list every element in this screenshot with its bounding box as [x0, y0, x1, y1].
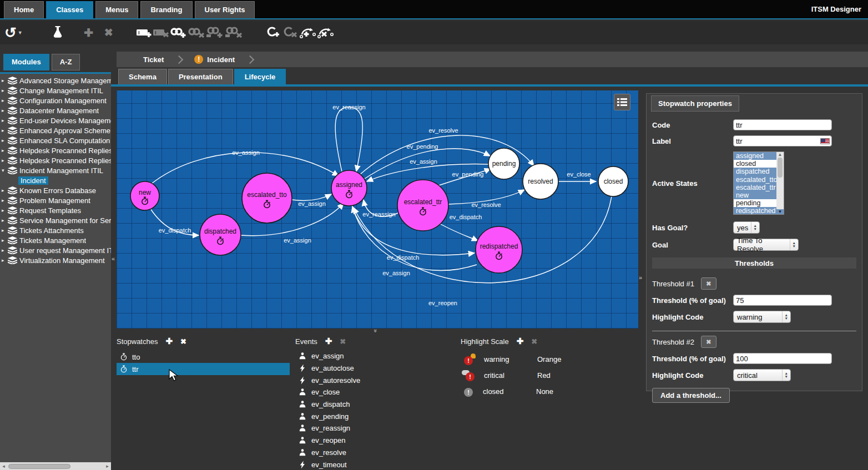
properties-collapse-handle[interactable]: » — [639, 274, 641, 281]
sidebar-item-tickets-attachments[interactable]: ▸Tickets Attachments — [0, 225, 111, 235]
active-state-option[interactable]: escalated_ttr — [734, 184, 776, 191]
state-escalated-ttr[interactable]: escalated_ttr — [397, 180, 448, 231]
event-item[interactable]: ev_pending — [295, 410, 456, 422]
threshold-2-percent-input[interactable] — [733, 353, 832, 364]
delete-link-button[interactable] — [187, 23, 205, 42]
breadcrumb-ticket[interactable]: Ticket — [139, 55, 168, 64]
expand-arrow-icon[interactable]: ▸ — [2, 228, 8, 233]
stopwatch-item-ttr[interactable]: ttr — [117, 363, 290, 375]
sidebar-item-config-mgmt[interactable]: ▸Configuration Management — [0, 95, 111, 105]
expand-arrow-icon[interactable]: ▸ — [2, 208, 8, 213]
add-threshold-button[interactable]: Add a threshold... — [652, 388, 730, 403]
event-item[interactable]: ev_autoclose — [295, 362, 456, 375]
sidebar-item-virtualization[interactable]: ▸Virtualization Management — [0, 255, 111, 265]
sidebar-item-helpdesk-replies-1[interactable]: ▸Helpdesk Precanned Replies — [0, 145, 111, 155]
expand-arrow-icon[interactable]: ▸ — [2, 218, 8, 223]
sidebar-item-incident-mgmt[interactable]: ▾Incident Management ITIL — [0, 165, 111, 175]
active-state-option[interactable]: escalated_tto — [734, 176, 776, 184]
scroll-right-icon[interactable]: ▸ — [104, 463, 111, 469]
state-redispatched[interactable]: redispatched — [476, 226, 522, 273]
canvas-collapse-handle[interactable]: » — [372, 329, 379, 331]
delete-transition-button[interactable] — [317, 23, 335, 42]
code-input[interactable] — [733, 119, 832, 130]
sidebar-item-incident-class[interactable]: Incident — [0, 175, 111, 185]
scroll-up-icon[interactable]: ▲ — [778, 152, 783, 157]
sidebar-item-request-templates[interactable]: ▸Request Templates — [0, 205, 111, 215]
event-item[interactable]: ev_reopen — [295, 434, 456, 447]
add-state-button[interactable] — [266, 23, 282, 42]
breadcrumb-incident[interactable]: Incident — [207, 55, 239, 64]
add-field-button[interactable]: I — [136, 23, 153, 42]
state-assigned[interactable]: assigned — [331, 170, 367, 206]
expand-arrow-icon[interactable]: ▸ — [2, 108, 8, 113]
delete-state-button[interactable] — [282, 23, 299, 42]
lifecycle-canvas[interactable]: ev_assign ev_reassign ev_resolve ev_pend… — [117, 90, 638, 329]
tab-presentation[interactable]: Presentation — [168, 69, 233, 85]
sidebar-collapse-handle[interactable]: « — [112, 255, 114, 262]
listbox-scrollbar[interactable]: ▲ ▼ — [776, 152, 784, 214]
expand-arrow-icon[interactable]: ▸ — [2, 198, 8, 203]
undo-button[interactable]: ↺▼ — [4, 23, 23, 42]
active-state-option[interactable]: assigned — [734, 152, 776, 160]
state-closed[interactable]: closed — [598, 166, 628, 196]
expand-arrow-icon[interactable]: ▸ — [2, 247, 8, 253]
active-state-option[interactable]: closed — [734, 160, 776, 168]
tab-schema[interactable]: Schema — [118, 69, 167, 85]
diagram-legend-button[interactable] — [614, 94, 630, 110]
undo-dropdown-icon[interactable]: ▼ — [18, 30, 23, 36]
active-states-listbox[interactable]: assigned closed dispatched escalated_tto… — [733, 151, 784, 215]
collapse-arrow-icon[interactable]: ▾ — [2, 168, 8, 173]
sidebar-item-enduser-devices[interactable]: ▸End-user Devices Management — [0, 115, 111, 125]
sidebar-item-problem-mgmt[interactable]: ▸Problem Management — [0, 195, 111, 205]
delete-linkset-button[interactable] — [224, 23, 243, 42]
sidebar-horizontal-scrollbar[interactable]: ◂ ▸ — [0, 462, 111, 470]
delete-stopwatch-button[interactable]: ✖ — [180, 337, 186, 346]
sidebar-tab-modules[interactable]: Modules — [3, 54, 49, 70]
add-transition-button[interactable] — [299, 23, 317, 42]
scrollbar-thumb[interactable] — [778, 158, 783, 178]
highlight-item-closed[interactable]: ! closed None — [461, 383, 633, 400]
sidebar-item-datacenter[interactable]: ▸Datacenter Management — [0, 105, 111, 115]
scrollbar-thumb[interactable] — [8, 464, 70, 469]
active-state-option[interactable]: redispatched — [734, 207, 776, 214]
add-highlight-button[interactable]: ✚ — [517, 336, 524, 346]
sidebar-item-enhanced-sla[interactable]: ▸Enhanced SLA Computation — [0, 135, 111, 145]
delete-button[interactable]: ✖ — [100, 23, 117, 42]
scroll-left-icon[interactable]: ◂ — [0, 463, 7, 469]
state-new[interactable]: new — [130, 181, 159, 210]
test-mode-flask-button[interactable] — [49, 23, 66, 42]
state-resolved[interactable]: resolved — [523, 164, 558, 199]
sidebar-item-advanced-storage[interactable]: ▸Advanced Storage Management — [0, 75, 111, 85]
add-stopwatch-button[interactable]: ✚ — [165, 336, 173, 346]
expand-arrow-icon[interactable]: ▸ — [2, 88, 8, 93]
delete-field-button[interactable]: I — [153, 23, 169, 42]
active-state-option[interactable]: dispatched — [734, 168, 776, 175]
expand-arrow-icon[interactable]: ▸ — [2, 78, 8, 83]
threshold-2-highlight-select[interactable]: critical ▲▼ — [733, 369, 791, 381]
event-item[interactable]: ev_assign — [295, 350, 456, 362]
active-state-option[interactable]: pending — [734, 199, 776, 207]
nav-classes[interactable]: Classes — [46, 1, 93, 18]
add-linkset-button[interactable] — [205, 23, 224, 42]
active-state-option[interactable]: new — [734, 191, 776, 199]
event-item[interactable]: ev_close — [295, 386, 456, 398]
event-item[interactable]: ev_dispatch — [295, 398, 456, 411]
event-item[interactable]: ev_timeout — [295, 458, 456, 470]
threshold-1-highlight-select[interactable]: warning ▲▼ — [733, 311, 791, 323]
nav-menus[interactable]: Menus — [95, 1, 138, 18]
expand-arrow-icon[interactable]: ▸ — [2, 138, 8, 143]
sidebar-item-service-mgmt[interactable]: ▸Service Management for Service Provider… — [0, 215, 111, 225]
remove-threshold-1-button[interactable]: ✖ — [701, 277, 716, 290]
goal-select[interactable]: Time To Resolve ▲▼ — [733, 239, 799, 251]
nav-home[interactable]: Home — [4, 1, 44, 18]
add-link-button[interactable] — [169, 23, 187, 42]
state-dispatched[interactable]: dispatched — [200, 214, 241, 255]
expand-arrow-icon[interactable]: ▸ — [2, 158, 8, 163]
expand-arrow-icon[interactable]: ▸ — [2, 188, 8, 193]
expand-arrow-icon[interactable]: ▸ — [2, 148, 8, 153]
sidebar-tab-az[interactable]: A-Z — [52, 54, 80, 70]
expand-arrow-icon[interactable]: ▸ — [2, 128, 8, 133]
expand-arrow-icon[interactable]: ▸ — [2, 98, 8, 103]
sidebar-item-user-request-mgmt[interactable]: ▸User request Management ITIL — [0, 245, 111, 255]
highlight-item-critical[interactable]: ! critical Red — [461, 367, 633, 383]
